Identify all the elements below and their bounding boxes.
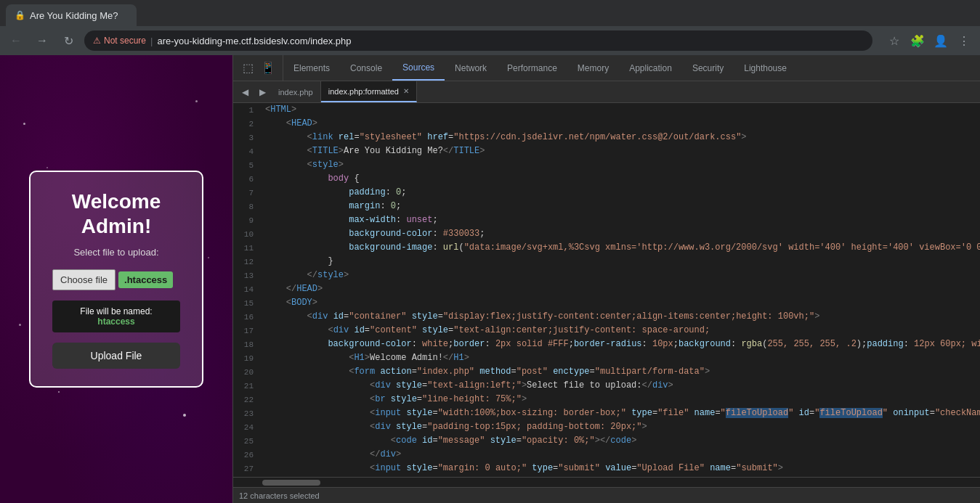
devtools-right-actions: ⚙ ⋮ ✕ xyxy=(970,60,980,77)
code-line-25: 25 <code id="message" style="opacity: 0%… xyxy=(233,434,980,448)
main-layout: Welcome Admin! Select file to upload: Ch… xyxy=(0,55,980,503)
code-line-19: 19 <H1>Welcome Admin!</H1> xyxy=(233,351,980,365)
tab-favicon: 🔒 xyxy=(15,10,25,20)
code-line-6: 6 body { xyxy=(233,172,980,186)
tab-title: Are You Kidding Me? xyxy=(30,10,118,21)
code-line-21: 21 <div style="text-align:left;">Select … xyxy=(233,379,980,393)
code-line-24: 24 <div style="padding-top:15px; padding… xyxy=(233,420,980,434)
code-line-23: 23 <input style="width:100%;box-sizing: … xyxy=(233,406,980,420)
code-line-18: 18 background-color: white;border: 2px s… xyxy=(233,338,980,351)
file-input-row: Choose file .htaccess xyxy=(52,269,180,290)
horizontal-scrollbar-container xyxy=(233,477,980,487)
code-line-20: 20 <form action="index.php" method="post… xyxy=(233,365,980,379)
file-tab-label-formatted: index.php:formatted xyxy=(328,87,399,96)
select-file-label: Select file to upload: xyxy=(52,247,180,258)
code-line-10: 10 background-color: #330033; xyxy=(233,227,980,241)
code-line-15: 15 <BODY> xyxy=(233,296,980,310)
device-toolbar-button[interactable]: 📱 xyxy=(259,60,277,77)
profile-button[interactable]: 👤 xyxy=(931,30,951,51)
file-named-message: File will be named: htaccess xyxy=(52,300,180,332)
code-line-3: 3 <link rel="stylesheet" href="https://c… xyxy=(233,131,980,144)
code-line-28: 28 </form> xyxy=(233,475,980,477)
devtools-settings-button[interactable]: ⚙ xyxy=(976,60,980,77)
file-tab-close-button[interactable]: ✕ xyxy=(403,87,409,95)
back-button[interactable]: ← xyxy=(6,30,26,51)
browser-actions: ☆ 🧩 👤 ⋮ xyxy=(884,30,974,51)
sources-forward-button[interactable]: ▶ xyxy=(254,83,271,101)
selection-status: 12 characters selected xyxy=(239,491,320,500)
devtools-tabs: Elements Console Sources Network Perform… xyxy=(283,55,970,81)
code-line-13: 13 </style> xyxy=(233,269,980,282)
welcome-title: Welcome Admin! xyxy=(52,189,180,238)
browser-chrome: 🔒 Are You Kidding Me? ← → ↻ ⚠ Not secure… xyxy=(0,0,980,55)
tab-elements[interactable]: Elements xyxy=(283,55,340,81)
tab-network[interactable]: Network xyxy=(445,55,497,81)
code-scroll-area[interactable]: 1 <HTML> 2 <HEAD> 3 <link rel="styleshee… xyxy=(233,103,980,477)
sources-back-button[interactable]: ◀ xyxy=(236,83,254,101)
code-line-26: 26 </div> xyxy=(233,448,980,462)
file-tab-index-php-formatted[interactable]: index.php:formatted ✕ xyxy=(321,81,417,102)
tab-security[interactable]: Security xyxy=(682,55,734,81)
address-field[interactable]: ⚠ Not secure | are-you-kidding-me.ctf.bs… xyxy=(84,30,872,51)
devtools-topbar: ⬚ 📱 Elements Console Sources Network Per… xyxy=(233,55,980,81)
code-line-8: 8 margin: 0; xyxy=(233,200,980,213)
choose-file-button[interactable]: Choose file xyxy=(52,269,116,290)
horizontal-scrollbar[interactable] xyxy=(262,480,320,486)
star-decoration xyxy=(23,123,25,125)
warning-icon: ⚠ xyxy=(93,36,101,46)
url-separator: | xyxy=(150,36,153,46)
code-line-5: 5 <style> xyxy=(233,158,980,172)
star-decoration xyxy=(195,100,198,102)
file-tab-label: index.php xyxy=(278,88,313,97)
code-line-4: 4 <TITLE>Are You Kidding Me?</TITLE> xyxy=(233,144,980,158)
tab-memory[interactable]: Memory xyxy=(567,55,619,81)
code-line-17: 17 <div id="content" style="text-align:c… xyxy=(233,324,980,338)
file-tabs: ◀ ▶ index.php index.php:formatted ✕ ⇥ xyxy=(233,81,980,103)
file-named-value: htaccess xyxy=(97,316,134,327)
devtools-panel: ⬚ 📱 Elements Console Sources Network Per… xyxy=(232,55,980,503)
bookmark-button[interactable]: ☆ xyxy=(884,30,904,51)
address-bar: ← → ↻ ⚠ Not secure | are-you-kidding-me.… xyxy=(0,26,980,55)
welcome-box: Welcome Admin! Select file to upload: Ch… xyxy=(29,171,203,388)
upload-file-button[interactable]: Upload File xyxy=(52,343,180,369)
code-lines: 1 <HTML> 2 <HEAD> 3 <link rel="styleshee… xyxy=(233,103,980,477)
url-display: are-you-kidding-me.ctf.bsideslv.com/inde… xyxy=(157,36,351,46)
star-decoration xyxy=(183,414,186,417)
code-line-16: 16 <div id="container" style="display:fl… xyxy=(233,310,980,324)
tab-bar: 🔒 Are You Kidding Me? xyxy=(0,0,980,26)
website-panel: Welcome Admin! Select file to upload: Ch… xyxy=(0,55,232,503)
code-line-11: 11 background-image: url("data:image/svg… xyxy=(233,241,980,255)
code-line-27: 27 <input style="margin: 0 auto;" type="… xyxy=(233,462,980,475)
file-tab-index-php[interactable]: index.php xyxy=(271,81,321,102)
code-line-2: 2 <HEAD> xyxy=(233,117,980,131)
extension-button[interactable]: 🧩 xyxy=(907,30,928,51)
browser-tab[interactable]: 🔒 Are You Kidding Me? xyxy=(6,4,137,26)
devtools-icon-group: ⬚ 📱 xyxy=(233,55,283,81)
tab-performance[interactable]: Performance xyxy=(497,55,567,81)
website-content: Welcome Admin! Select file to upload: Ch… xyxy=(15,156,218,402)
tab-console[interactable]: Console xyxy=(340,55,392,81)
tab-sources[interactable]: Sources xyxy=(392,55,445,81)
devtools-status-bar: 12 characters selected Coverage: n/a xyxy=(233,487,980,503)
inspect-element-button[interactable]: ⬚ xyxy=(239,60,256,77)
file-name-badge: .htaccess xyxy=(118,271,173,288)
code-line-7: 7 padding: 0; xyxy=(233,186,980,200)
not-secure-indicator: ⚠ Not secure xyxy=(93,36,146,46)
tab-application[interactable]: Application xyxy=(619,55,682,81)
reload-button[interactable]: ↻ xyxy=(58,30,78,51)
code-line-1: 1 <HTML> xyxy=(233,103,980,117)
code-area: 1 <HTML> 2 <HEAD> 3 <link rel="styleshee… xyxy=(233,103,980,477)
code-line-14: 14 </HEAD> xyxy=(233,282,980,296)
code-line-9: 9 max-width: unset; xyxy=(233,213,980,227)
menu-button[interactable]: ⋮ xyxy=(954,30,974,51)
file-named-label: File will be named: xyxy=(80,306,152,316)
tab-lighthouse[interactable]: Lighthouse xyxy=(734,55,797,81)
not-secure-label: Not secure xyxy=(104,36,146,46)
forward-button[interactable]: → xyxy=(32,30,52,51)
code-line-22: 22 <br style="line-height: 75%;"> xyxy=(233,393,980,406)
code-line-12: 12 } xyxy=(233,255,980,269)
